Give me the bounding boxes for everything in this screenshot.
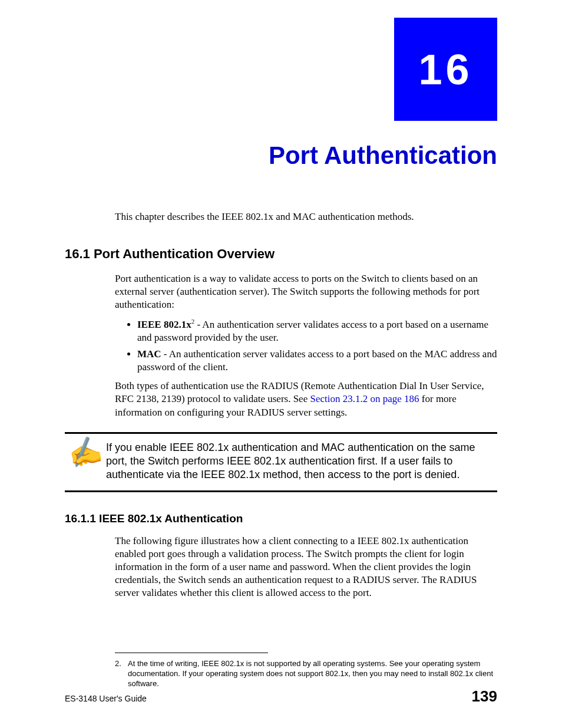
list-item: IEEE 802.1x2 - An authentication server … [137,317,497,344]
page-footer: ES-3148 User's Guide 139 [65,687,497,706]
section-heading-16-1: 16.1 Port Authentication Overview [65,246,497,262]
footnote-number: 2. [115,659,128,689]
bullet-ieee-label: IEEE 802.1x [137,319,191,330]
chapter-title: Port Authentication [65,141,497,170]
cross-reference-link[interactable]: Section 23.1.2 on page 186 [310,393,419,404]
list-item: MAC - An authentication server validates… [137,348,497,374]
section-16-1-para-2: Both types of authentication use the RAD… [115,380,497,419]
note-icon: ✍ [62,434,108,470]
section-16-1-para-1: Port authentication is a way to validate… [115,272,497,311]
chapter-number: 16 [418,45,472,94]
footnote-separator [115,653,268,653]
note-callout: ✍ If you enable IEEE 802.1x authenticati… [65,432,497,492]
footnote: 2. At the time of writing, IEEE 802.1x i… [115,659,497,689]
bullet-mac-text: - An authentication server validates acc… [137,348,497,373]
footer-guide-title: ES-3148 User's Guide [65,694,147,703]
section-heading-16-1-1: 16.1.1 IEEE 802.1x Authentication [65,512,497,525]
auth-methods-list: IEEE 802.1x2 - An authentication server … [127,317,497,374]
footnote-text: At the time of writing, IEEE 802.1x is n… [128,659,497,689]
section-16-1-1-para-1: The following figure illustrates how a c… [115,535,497,599]
chapter-number-badge: 16 [394,18,497,121]
chapter-intro-text: This chapter describes the IEEE 802.1x a… [115,211,497,223]
bullet-mac-label: MAC [137,348,161,360]
note-text: If you enable IEEE 802.1x authentication… [106,441,497,482]
footer-page-number: 139 [472,687,497,706]
page-container: 16 Port Authentication This chapter desc… [0,0,562,728]
